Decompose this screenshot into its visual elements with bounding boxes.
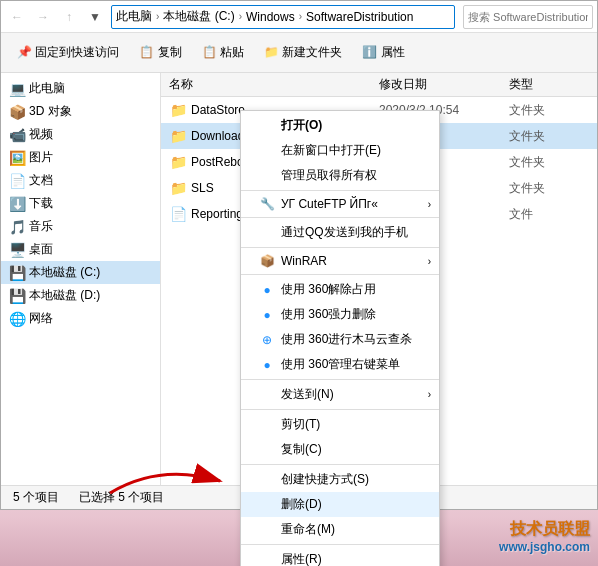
menu-item-open-new-window[interactable]: 在新窗口中打开(E) bbox=[241, 138, 439, 163]
sidebar-label-desktop: 桌面 bbox=[29, 241, 53, 258]
file-type: 文件 bbox=[509, 206, 589, 223]
sidebar-item-documents[interactable]: 📄 文档 bbox=[1, 169, 160, 192]
sidebar-item-desktop[interactable]: 🖥️ 桌面 bbox=[1, 238, 160, 261]
documents-icon: 📄 bbox=[9, 173, 25, 189]
watermark-line1: 技术员联盟 bbox=[499, 519, 590, 540]
sidebar-item-network[interactable]: 🌐 网络 bbox=[1, 307, 160, 330]
folder-icon: 📁 bbox=[169, 101, 187, 119]
menu-item-delete[interactable]: 删除(D) bbox=[241, 492, 439, 517]
menu-label-open-new-window: 在新窗口中打开(E) bbox=[281, 142, 381, 159]
file-type: 文件夹 bbox=[509, 180, 589, 197]
menu-item-360-delete[interactable]: ● 使用 360强力删除 bbox=[241, 302, 439, 327]
menu-label-360-unlock: 使用 360解除占用 bbox=[281, 281, 376, 298]
menu-label-delete: 删除(D) bbox=[281, 496, 322, 513]
sidebar: 💻 此电脑 📦 3D 对象 📹 视频 🖼️ 图片 📄 文档 ⬇️ 下载 bbox=[1, 73, 161, 485]
sidebar-label-computer: 此电脑 bbox=[29, 80, 65, 97]
menu-separator bbox=[241, 464, 439, 465]
col-header-date: 修改日期 bbox=[379, 76, 509, 93]
menu-item-create-shortcut[interactable]: 创建快捷方式(S) bbox=[241, 467, 439, 492]
menu-item-360-manage[interactable]: ● 使用 360管理右键菜单 bbox=[241, 352, 439, 377]
menu-label-rename: 重命名(M) bbox=[281, 521, 335, 538]
address-folder: SoftwareDistribution bbox=[306, 10, 413, 24]
menu-label-qq: 通过QQ发送到我的手机 bbox=[281, 224, 408, 241]
sidebar-item-d-drive[interactable]: 💾 本地磁盘 (D:) bbox=[1, 284, 160, 307]
sidebar-item-downloads[interactable]: ⬇️ 下载 bbox=[1, 192, 160, 215]
sidebar-item-music[interactable]: 🎵 音乐 bbox=[1, 215, 160, 238]
music-icon: 🎵 bbox=[9, 219, 25, 235]
menu-label-cuteftp: УГ CuteFTP ЙПг« bbox=[281, 197, 378, 211]
watermark-line2: www.jsgho.com bbox=[499, 540, 590, 554]
menu-item-cut[interactable]: 剪切(T) bbox=[241, 412, 439, 437]
360-unlock-icon: ● bbox=[257, 283, 277, 297]
address-computer: 此电脑 bbox=[116, 8, 152, 25]
recent-button[interactable]: ▼ bbox=[83, 5, 107, 29]
menu-label-360-scan: 使用 360进行木马云查杀 bbox=[281, 331, 412, 348]
360-manage-icon: ● bbox=[257, 358, 277, 372]
menu-item-360-unlock[interactable]: ● 使用 360解除占用 bbox=[241, 277, 439, 302]
up-button[interactable]: ↑ bbox=[57, 5, 81, 29]
menu-item-qq[interactable]: 通过QQ发送到我的手机 bbox=[241, 220, 439, 245]
item-count: 5 个项目 bbox=[13, 489, 59, 506]
menu-label-winrar: WinRAR bbox=[281, 254, 327, 268]
menu-item-properties[interactable]: 属性(R) bbox=[241, 547, 439, 566]
desktop-icon: 🖥️ bbox=[9, 242, 25, 258]
menu-label-copy: 复制(C) bbox=[281, 441, 322, 458]
menu-item-winrar[interactable]: 📦 WinRAR › bbox=[241, 250, 439, 272]
properties-button[interactable]: ℹ️ 属性 bbox=[354, 39, 412, 67]
menu-label-360-manage: 使用 360管理右键菜单 bbox=[281, 356, 400, 373]
back-button[interactable]: ← bbox=[5, 5, 29, 29]
menu-item-open[interactable]: 打开(O) bbox=[241, 113, 439, 138]
menu-item-rename[interactable]: 重命名(M) bbox=[241, 517, 439, 542]
sidebar-label-pictures: 图片 bbox=[29, 149, 53, 166]
menu-label-properties: 属性(R) bbox=[281, 551, 322, 566]
downloads-icon: ⬇️ bbox=[9, 196, 25, 212]
folder-icon: 📁 bbox=[169, 127, 187, 145]
sidebar-item-computer[interactable]: 💻 此电脑 bbox=[1, 77, 160, 100]
menu-label-360-delete: 使用 360强力删除 bbox=[281, 306, 376, 323]
sendto-arrow-icon: › bbox=[428, 389, 431, 400]
360-scan-icon: ⊕ bbox=[257, 333, 277, 347]
menu-item-360-scan[interactable]: ⊕ 使用 360进行木马云查杀 bbox=[241, 327, 439, 352]
cuteftp-icon: 🔧 bbox=[257, 197, 277, 211]
address-drive: 本地磁盘 (C:) bbox=[163, 8, 234, 25]
360-delete-icon: ● bbox=[257, 308, 277, 322]
address-parts: 此电脑 › 本地磁盘 (C:) › Windows › SoftwareDist… bbox=[116, 8, 413, 25]
video-icon: 📹 bbox=[9, 127, 25, 143]
menu-item-sendto[interactable]: 发送到(N) › bbox=[241, 382, 439, 407]
col-header-type: 类型 bbox=[509, 76, 589, 93]
paste-button[interactable]: 📋 粘贴 bbox=[194, 39, 252, 67]
menu-item-admin[interactable]: 管理员取得所有权 bbox=[241, 163, 439, 188]
pictures-icon: 🖼️ bbox=[9, 150, 25, 166]
copy-button[interactable]: 📋 复制 bbox=[131, 39, 189, 67]
arrow-icon: › bbox=[428, 199, 431, 210]
pin-button[interactable]: 📌 固定到快速访问 bbox=[9, 39, 127, 67]
sidebar-label-music: 音乐 bbox=[29, 218, 53, 235]
title-bar: ← → ↑ ▼ 此电脑 › 本地磁盘 (C:) › Windows › Soft… bbox=[1, 1, 597, 33]
sidebar-item-3d[interactable]: 📦 3D 对象 bbox=[1, 100, 160, 123]
sidebar-label-network: 网络 bbox=[29, 310, 53, 327]
file-list-header: 名称 修改日期 类型 bbox=[161, 73, 597, 97]
forward-button[interactable]: → bbox=[31, 5, 55, 29]
toolbar: 📌 固定到快速访问 📋 复制 📋 粘贴 📁 新建文件夹 ℹ️ 属性 bbox=[1, 33, 597, 73]
c-drive-icon: 💾 bbox=[9, 265, 25, 281]
col-header-name: 名称 bbox=[169, 76, 379, 93]
nav-buttons: ← → ↑ ▼ bbox=[5, 5, 107, 29]
3d-icon: 📦 bbox=[9, 104, 25, 120]
menu-label-open: 打开(O) bbox=[281, 117, 322, 134]
menu-separator bbox=[241, 247, 439, 248]
sidebar-item-c-drive[interactable]: 💾 本地磁盘 (C:) bbox=[1, 261, 160, 284]
menu-label-cut: 剪切(T) bbox=[281, 416, 320, 433]
network-icon: 🌐 bbox=[9, 311, 25, 327]
new-folder-button[interactable]: 📁 新建文件夹 bbox=[256, 39, 350, 67]
folder-icon: 📁 bbox=[169, 179, 187, 197]
context-menu: 打开(O) 在新窗口中打开(E) 管理员取得所有权 🔧 УГ CuteFTP Й… bbox=[240, 110, 440, 566]
sidebar-item-pictures[interactable]: 🖼️ 图片 bbox=[1, 146, 160, 169]
sidebar-label-documents: 文档 bbox=[29, 172, 53, 189]
sidebar-item-video[interactable]: 📹 视频 bbox=[1, 123, 160, 146]
sidebar-label-d-drive: 本地磁盘 (D:) bbox=[29, 287, 100, 304]
menu-label-admin: 管理员取得所有权 bbox=[281, 167, 377, 184]
search-input[interactable] bbox=[463, 5, 593, 29]
menu-item-copy[interactable]: 复制(C) bbox=[241, 437, 439, 462]
address-bar[interactable]: 此电脑 › 本地磁盘 (C:) › Windows › SoftwareDist… bbox=[111, 5, 455, 29]
menu-item-cuteftp[interactable]: 🔧 УГ CuteFTP ЙПг« › bbox=[241, 193, 439, 215]
